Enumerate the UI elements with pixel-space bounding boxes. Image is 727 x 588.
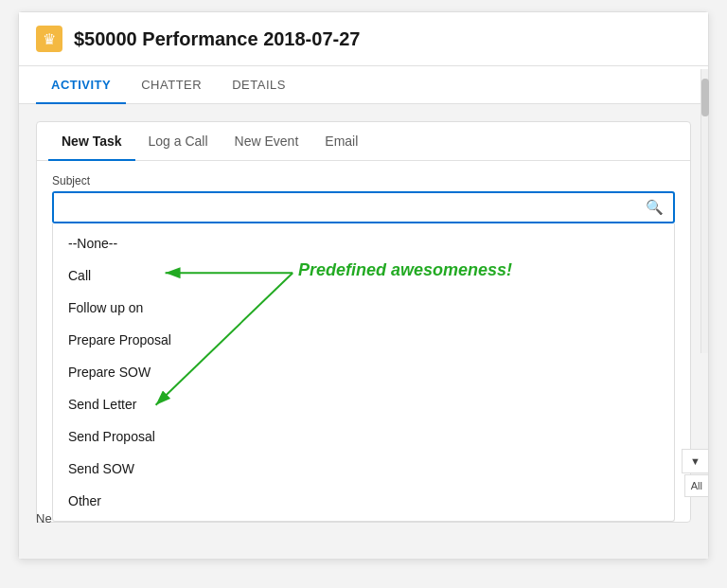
record-title: $50000 Performance 2018-07-27	[74, 28, 360, 50]
form-area: Subject 🔍 --None-- Call Follow up on Pre…	[37, 161, 690, 522]
crown-icon	[36, 26, 62, 52]
activity-card: New Task Log a Call New Event Email Subj…	[36, 121, 691, 523]
subject-label: Subject	[52, 174, 675, 187]
tab-activity[interactable]: ACTIVITY	[36, 66, 126, 103]
dropdown-item-follow-up[interactable]: Follow up on	[53, 292, 674, 324]
tab-chatter[interactable]: CHATTER	[126, 66, 217, 103]
scrollbar-thumb[interactable]	[701, 79, 709, 116]
dropdown-item-send-sow[interactable]: Send SOW	[53, 453, 674, 485]
search-icon[interactable]: 🔍	[636, 193, 673, 222]
tab-new-task[interactable]: New Task	[48, 122, 135, 160]
tab-log-call[interactable]: Log a Call	[135, 122, 222, 160]
inner-tabs: New Task Log a Call New Event Email	[37, 122, 690, 161]
dropdown-item-none[interactable]: --None--	[53, 227, 674, 259]
record-header: $50000 Performance 2018-07-27	[19, 12, 708, 66]
main-content: New Task Log a Call New Event Email Subj…	[19, 104, 708, 559]
next-label: Ne	[36, 511, 52, 526]
dropdown-item-prepare-sow[interactable]: Prepare SOW	[53, 356, 674, 388]
tab-details[interactable]: DETAILS	[217, 66, 301, 103]
page-wrapper: $50000 Performance 2018-07-27 ACTIVITY C…	[18, 11, 709, 560]
dropdown-item-send-letter[interactable]: Send Letter	[53, 388, 674, 420]
subject-input[interactable]	[54, 193, 636, 222]
tab-new-event[interactable]: New Event	[222, 122, 312, 160]
all-button[interactable]: All	[684, 474, 708, 497]
dropdown-item-prepare-proposal[interactable]: Prepare Proposal	[53, 324, 674, 356]
dropdown-item-send-proposal[interactable]: Send Proposal	[53, 420, 674, 453]
dropdown-item-other[interactable]: Other	[53, 485, 674, 517]
filter-button[interactable]: ▼	[682, 449, 708, 473]
annotation-text: Predefined awesomeness!	[298, 260, 512, 280]
top-nav: ACTIVITY CHATTER DETAILS	[19, 66, 708, 104]
tab-email[interactable]: Email	[311, 122, 371, 160]
subject-input-wrapper: 🔍	[52, 191, 675, 223]
scrollbar-track[interactable]	[700, 69, 708, 353]
